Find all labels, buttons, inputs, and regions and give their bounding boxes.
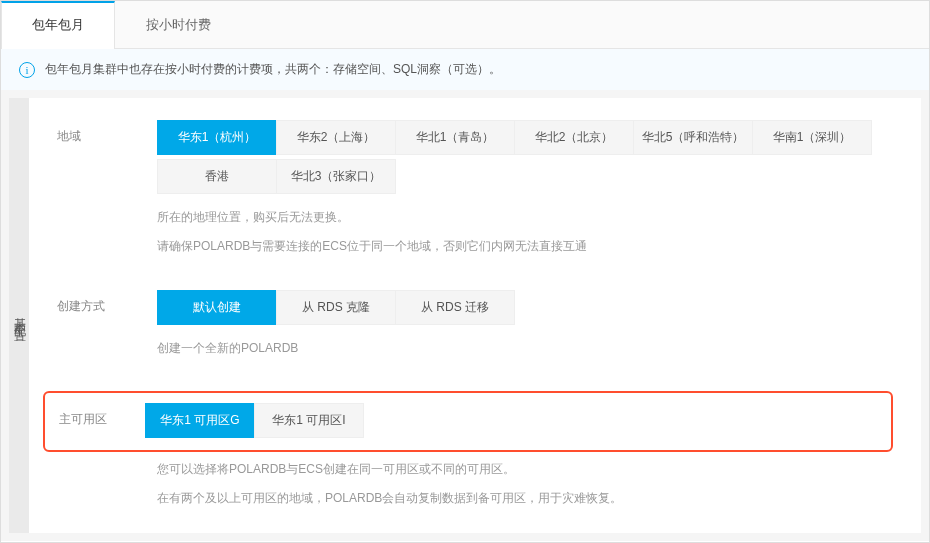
tab-pay-as-you-go[interactable]: 按小时付费 [115,1,242,48]
region-option-hongkong[interactable]: 香港 [157,159,277,194]
main-area: 基本配置 地域 华东1（杭州） 华东2（上海） 华北1（青岛） 华北2（北京） … [1,90,929,541]
region-label: 地域 [57,120,157,145]
create-mode-label: 创建方式 [57,290,157,315]
billing-tabs: 包年包月 按小时付费 [1,1,929,49]
tab-subscription[interactable]: 包年包月 [1,1,115,49]
region-row: 地域 华东1（杭州） 华东2（上海） 华北1（青岛） 华北2（北京） 华北5（呼… [57,120,893,258]
zone-highlight-box: 主可用区 华东1 可用区G 华东1 可用区I [43,391,893,452]
create-mode-row: 创建方式 默认创建 从 RDS 克隆 从 RDS 迁移 创建一个全新的POLAR… [57,290,893,360]
zone-options: 华东1 可用区G 华东1 可用区I [145,403,879,442]
region-option-hangzhou[interactable]: 华东1（杭州） [157,120,277,155]
section-side-label: 基本配置 [9,98,29,533]
region-option-qingdao[interactable]: 华北1（青岛） [395,120,515,155]
create-mode-hint: 创建一个全新的POLARDB [157,337,893,360]
zone-hint-2: 在有两个及以上可用区的地域，POLARDB会自动复制数据到备可用区，用于灾难恢复… [157,487,893,510]
region-hint-2: 请确保POLARDB与需要连接的ECS位于同一个地域，否则它们内网无法直接互通 [157,235,893,258]
zone-hint-1: 您可以选择将POLARDB与ECS创建在同一可用区或不同的可用区。 [157,458,893,481]
zone-option-i[interactable]: 华东1 可用区I [254,403,364,438]
region-option-huhehaote[interactable]: 华北5（呼和浩特） [633,120,753,155]
create-mode-default[interactable]: 默认创建 [157,290,277,325]
zone-option-g[interactable]: 华东1 可用区G [145,403,255,438]
zone-label: 主可用区 [57,403,145,428]
info-banner-text: 包年包月集群中也存在按小时付费的计费项，共两个：存储空间、SQL洞察（可选）。 [45,61,501,78]
create-mode-migrate[interactable]: 从 RDS 迁移 [395,290,515,325]
create-mode-options: 默认创建 从 RDS 克隆 从 RDS 迁移 [157,290,893,329]
zone-row: 主可用区 华东1 可用区G 华东1 可用区I [57,403,879,442]
region-option-zhangjiakou[interactable]: 华北3（张家口） [276,159,396,194]
info-banner: i 包年包月集群中也存在按小时付费的计费项，共两个：存储空间、SQL洞察（可选）… [1,49,929,90]
region-options: 华东1（杭州） 华东2（上海） 华北1（青岛） 华北2（北京） 华北5（呼和浩特… [157,120,893,198]
info-icon: i [19,62,35,78]
config-content: 地域 华东1（杭州） 华东2（上海） 华北1（青岛） 华北2（北京） 华北5（呼… [29,98,921,533]
region-hint-1: 所在的地理位置，购买后无法更换。 [157,206,893,229]
region-option-shanghai[interactable]: 华东2（上海） [276,120,396,155]
region-option-shenzhen[interactable]: 华南1（深圳） [752,120,872,155]
region-option-beijing[interactable]: 华北2（北京） [514,120,634,155]
create-mode-clone[interactable]: 从 RDS 克隆 [276,290,396,325]
